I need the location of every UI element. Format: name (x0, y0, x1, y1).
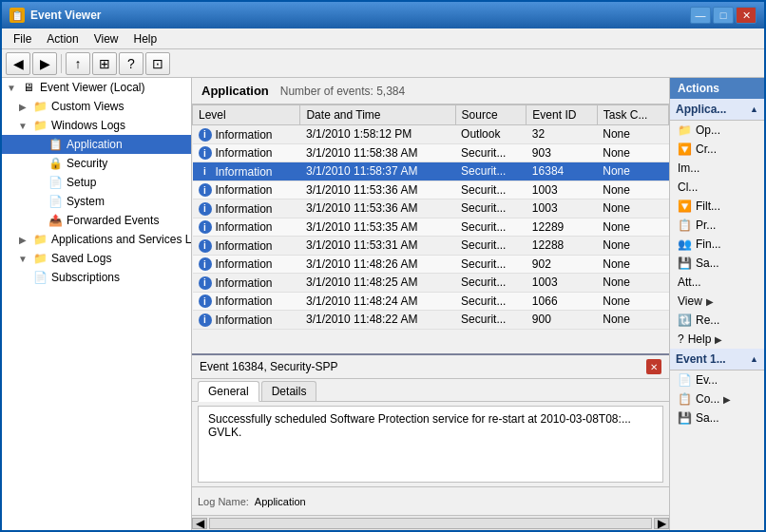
up-button[interactable]: ↑ (66, 52, 90, 75)
actions-section-application[interactable]: Applica... ▲ (670, 99, 764, 121)
tree-item-label: Application (67, 138, 123, 151)
action-filter[interactable]: 🔽 Filt... (670, 197, 764, 216)
tree-item-setup[interactable]: ▶ 📄 Setup (2, 173, 191, 192)
table-row[interactable]: iInformation3/1/2010 11:53:36 AMSecurit.… (193, 180, 669, 200)
tree-item-saved-logs[interactable]: ▼ 📁 Saved Logs (2, 249, 191, 268)
cell-task: None (597, 311, 668, 330)
tree-item-label: System (67, 195, 105, 208)
col-level[interactable]: Level (193, 105, 300, 125)
events-area: Application Number of events: 5,384 Leve… (192, 78, 669, 353)
cell-level: iInformation (193, 180, 300, 200)
expand-icon[interactable]: ▶ (17, 101, 29, 112)
menu-view[interactable]: View (86, 28, 126, 48)
detail-panel: Event 16384, Security-SPP ✕ General Deta… (192, 353, 669, 515)
tab-general[interactable]: General (198, 381, 259, 402)
action-create[interactable]: 🔽 Cr... (670, 140, 764, 159)
action-clear[interactable]: Cl... (670, 178, 764, 197)
tree-item-root[interactable]: ▼ 🖥 Event Viewer (Local) (2, 78, 191, 97)
scroll-right-button[interactable]: ▶ (654, 518, 669, 529)
tree-item-security[interactable]: ▶ 🔒 Security (2, 154, 191, 173)
menu-file[interactable]: File (6, 28, 39, 48)
col-eventid[interactable]: Event ID (527, 105, 597, 125)
maximize-button[interactable]: □ (713, 7, 734, 24)
cell-level: iInformation (193, 125, 300, 144)
tree-item-subscriptions[interactable]: ▶ 📄 Subscriptions (2, 268, 191, 287)
close-button[interactable]: ✕ (736, 7, 756, 24)
scroll-left-button[interactable]: ◀ (192, 518, 207, 529)
bottom-scrollbar[interactable]: ◀ ▶ (192, 515, 669, 530)
doc-icon: 📄 (32, 270, 48, 285)
section-label: Applica... (676, 103, 726, 116)
menu-help[interactable]: Help (126, 28, 165, 48)
action-save[interactable]: 💾 Sa... (670, 254, 764, 273)
action-refresh[interactable]: 🔃 Re... (670, 311, 764, 330)
tree-item-appsvc[interactable]: ▶ 📁 Applications and Services Lo (2, 230, 191, 249)
table-row[interactable]: iInformation3/1/2010 11:53:31 AMSecurit.… (193, 237, 669, 256)
cell-datetime: 3/1/2010 1:58:12 PM (300, 125, 455, 144)
expand-icon[interactable]: ▼ (17, 120, 29, 131)
tab-details[interactable]: Details (261, 381, 317, 401)
show-hide-button[interactable]: ⊡ (145, 52, 170, 75)
action-label: Pr... (696, 218, 716, 232)
tree-item-forwarded[interactable]: ▶ 📤 Forwarded Events (2, 211, 191, 230)
minimize-button[interactable]: — (690, 7, 711, 24)
actions-section-event[interactable]: Event 1... ▲ (670, 349, 764, 370)
expand-icon[interactable]: ▶ (17, 234, 29, 245)
table-row[interactable]: iInformation3/1/2010 11:48:26 AMSecurit.… (193, 255, 669, 274)
cell-source: Securit... (455, 143, 527, 162)
action-find[interactable]: 👥 Fin... (670, 235, 764, 254)
action-save-selected[interactable]: 💾 Sa... (670, 408, 764, 428)
events-table-wrapper[interactable]: Level Date and Time Source Event ID Task… (192, 104, 669, 353)
expand-icon: ▶ (32, 158, 44, 169)
folder-icon: 📁 (32, 99, 48, 114)
col-source[interactable]: Source (455, 105, 527, 125)
action-import[interactable]: Im... (670, 159, 764, 178)
table-row[interactable]: iInformation3/1/2010 11:48:24 AMSecurit.… (193, 292, 669, 311)
col-task[interactable]: Task C... (597, 105, 668, 125)
horizontal-scrollbar[interactable] (209, 518, 652, 529)
detail-close-button[interactable]: ✕ (646, 359, 661, 374)
action-open[interactable]: 📁 Op... (670, 121, 764, 140)
table-row[interactable]: iInformation3/1/2010 11:53:35 AMSecurit.… (193, 218, 669, 237)
cell-eventid: 32 (527, 125, 597, 144)
doc-icon: 📄 (48, 194, 63, 209)
expand-icon[interactable]: ▼ (17, 253, 29, 264)
back-button[interactable]: ◀ (6, 52, 30, 75)
menu-action[interactable]: Action (39, 28, 86, 48)
table-row[interactable]: iInformation3/1/2010 11:58:37 AMSecurit.… (193, 162, 669, 181)
action-properties[interactable]: 📋 Pr... (670, 216, 764, 235)
action-help[interactable]: ? Help ▶ (670, 330, 764, 349)
table-row[interactable]: iInformation3/1/2010 1:58:12 PMOutlook32… (193, 125, 669, 144)
action-view[interactable]: View ▶ (670, 292, 764, 311)
expand-icon: ▶ (32, 139, 44, 150)
cell-source: Securit... (455, 274, 527, 293)
log-icon: 📋 (48, 137, 63, 152)
col-datetime[interactable]: Date and Time (300, 105, 455, 125)
table-row[interactable]: iInformation3/1/2010 11:48:22 AMSecurit.… (193, 311, 669, 330)
forward-button[interactable]: ▶ (32, 52, 57, 75)
cell-level: iInformation (193, 143, 300, 162)
action-attach[interactable]: Att... (670, 273, 764, 292)
toolbar-separator (61, 54, 62, 73)
table-row[interactable]: iInformation3/1/2010 11:48:25 AMSecurit.… (193, 274, 669, 293)
detail-text: Successfully scheduled Software Protecti… (208, 412, 631, 439)
action-label: Im... (678, 162, 699, 175)
detail-bottom-bar: Log Name: Application (192, 486, 669, 515)
cell-datetime: 3/1/2010 11:53:36 AM (300, 180, 455, 200)
detail-header: Event 16384, Security-SPP ✕ (192, 355, 669, 379)
table-row[interactable]: iInformation3/1/2010 11:58:38 AMSecurit.… (193, 143, 669, 162)
action-copy[interactable]: 📋 Co... ▶ (670, 390, 764, 408)
title-controls: — □ ✕ (690, 7, 756, 24)
tree-item-application[interactable]: ▶ 📋 Application (2, 135, 191, 154)
cell-task: None (597, 162, 668, 181)
refresh-icon: 🔃 (678, 314, 692, 327)
action-event-view[interactable]: 📄 Ev... (670, 370, 764, 390)
expand-icon[interactable]: ▼ (6, 82, 17, 93)
tree-item-windows-logs[interactable]: ▼ 📁 Windows Logs (2, 116, 191, 135)
table-row[interactable]: iInformation3/1/2010 11:53:36 AMSecurit.… (193, 200, 669, 218)
tree-item-system[interactable]: ▶ 📄 System (2, 192, 191, 211)
tree-item-custom-views[interactable]: ▶ 📁 Custom Views (2, 97, 191, 116)
show-scope-button[interactable]: ⊞ (92, 52, 117, 75)
cell-task: None (597, 237, 668, 256)
help-button[interactable]: ? (119, 52, 144, 75)
